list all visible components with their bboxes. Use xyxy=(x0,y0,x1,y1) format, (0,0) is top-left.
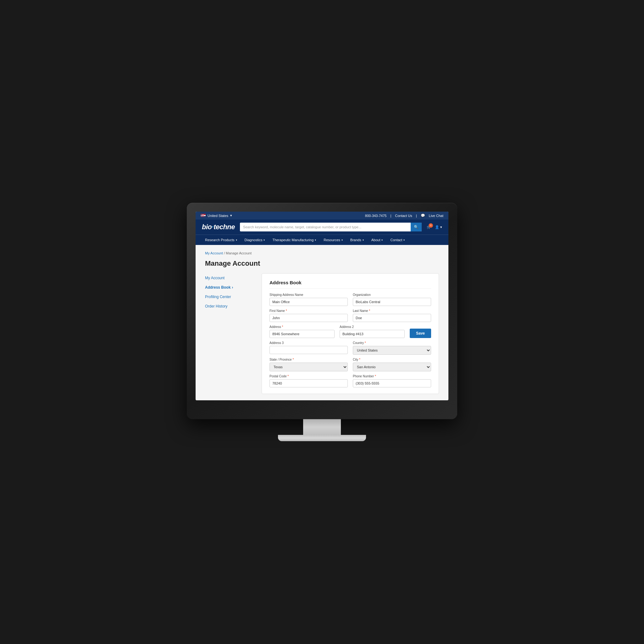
form-row-4: Address 3 Country * United States xyxy=(269,341,431,355)
contact-us-link[interactable]: Contact Us xyxy=(395,214,412,218)
nav-item-about[interactable]: About ▾ xyxy=(368,235,386,245)
first-name-label: First Name * xyxy=(269,309,348,313)
breadcrumb-parent-link[interactable]: My Account xyxy=(205,251,223,255)
header-icons: 🛒 0 👤 ▾ xyxy=(427,225,442,229)
top-bar-right: 800-343-7475 | Contact Us | 💬 Live Chat xyxy=(365,214,443,218)
nav-label-brands: Brands xyxy=(350,238,361,242)
nav-chevron-about: ▾ xyxy=(381,239,383,241)
postal-code-input[interactable] xyxy=(269,379,348,387)
shipping-name-input[interactable] xyxy=(269,298,348,306)
nav-label-contact: Contact xyxy=(390,238,402,242)
form-group-city: City * San Antonio Houston Austin xyxy=(353,358,431,371)
form-group-shipping-name: Shipping Address Name xyxy=(269,293,348,306)
first-name-required: * xyxy=(286,309,287,313)
divider-2: | xyxy=(416,214,417,218)
nav-label-resources: Resources xyxy=(324,238,340,242)
search-button[interactable]: 🔍 xyxy=(411,223,422,231)
form-row-2: First Name * Last Name * xyxy=(269,309,431,322)
header: bio·techne 🔍 🛒 0 👤 ▾ xyxy=(196,219,448,235)
nav-item-research-products[interactable]: Research Products ▾ xyxy=(202,235,240,245)
address3-input[interactable] xyxy=(269,346,348,354)
sidebar-item-address-book[interactable]: Address Book › xyxy=(205,283,255,292)
monitor-screen: 🇺🇸 United States ▾ 800-343-7475 | Contac… xyxy=(196,212,448,400)
postal-code-label: Postal Code * xyxy=(269,375,348,378)
top-bar-left: 🇺🇸 United States ▾ xyxy=(201,214,232,218)
form-row-3: Address * Address 2 Save xyxy=(269,325,431,338)
phone-input[interactable] xyxy=(353,379,431,387)
address1-label: Address * xyxy=(269,325,335,329)
main-content: My Account / Manage Account Manage Accou… xyxy=(196,245,448,400)
address3-label: Address 3 xyxy=(269,341,348,345)
organization-input[interactable] xyxy=(353,298,431,306)
save-button[interactable]: Save xyxy=(410,329,431,338)
form-group-address2: Address 2 xyxy=(340,325,405,338)
nav-item-diagnostics[interactable]: Diagnostics ▾ xyxy=(241,235,268,245)
nav-chevron-contact: ▾ xyxy=(403,239,405,241)
nav-item-therapeutic-manufacturing[interactable]: Therapeutic Manufacturing ▾ xyxy=(269,235,319,245)
state-required: * xyxy=(292,358,294,361)
form-group-country: Country * United States Canada United Ki… xyxy=(353,341,431,355)
form-group-phone: Phone Number * xyxy=(353,375,431,387)
nav-item-brands[interactable]: Brands ▾ xyxy=(347,235,367,245)
sidebar-item-label-profiling-center: Profiling Center xyxy=(205,295,231,299)
shipping-name-label: Shipping Address Name xyxy=(269,293,348,297)
country-field-label: Country * xyxy=(353,341,431,345)
form-row-5: State / Province * Texas California New … xyxy=(269,358,431,371)
us-flag-icon: 🇺🇸 xyxy=(201,214,206,217)
address2-input[interactable] xyxy=(340,330,405,338)
breadcrumb: My Account / Manage Account xyxy=(205,251,439,255)
country-select[interactable]: United States Canada United Kingdom xyxy=(353,346,431,355)
nav-chevron-brands: ▾ xyxy=(363,239,364,241)
form-row-1: Shipping Address Name Organization xyxy=(269,293,431,306)
sidebar-item-arrow-address-book: › xyxy=(232,285,233,290)
state-label: State / Province * xyxy=(269,358,348,361)
monitor-stand-base xyxy=(278,435,366,441)
first-name-input[interactable] xyxy=(269,314,348,322)
organization-label: Organization xyxy=(353,293,431,297)
sidebar: My Account Address Book › Profiling Cent… xyxy=(205,273,255,394)
divider-1: | xyxy=(390,214,391,218)
top-bar: 🇺🇸 United States ▾ 800-343-7475 | Contac… xyxy=(196,212,448,219)
form-group-address1: Address * xyxy=(269,325,335,338)
search-input[interactable] xyxy=(240,223,411,231)
card-title: Address Book xyxy=(269,280,431,289)
address1-input[interactable] xyxy=(269,330,335,338)
address1-required: * xyxy=(282,325,283,329)
postal-code-required: * xyxy=(287,375,289,378)
nav-label-therapeutic-manufacturing: Therapeutic Manufacturing xyxy=(272,238,314,242)
sidebar-item-my-account[interactable]: My Account xyxy=(205,273,255,283)
last-name-input[interactable] xyxy=(353,314,431,322)
nav-chevron-diagnostics: ▾ xyxy=(264,239,265,241)
content-layout: My Account Address Book › Profiling Cent… xyxy=(205,273,439,394)
cart-icon-wrap[interactable]: 🛒 0 xyxy=(427,225,431,229)
phone-number: 800-343-7475 xyxy=(365,214,387,218)
form-group-last-name: Last Name * xyxy=(353,309,431,322)
nav-item-resources[interactable]: Resources ▾ xyxy=(320,235,346,245)
nav-chevron-research-products: ▾ xyxy=(236,239,237,241)
monitor: 🇺🇸 United States ▾ 800-343-7475 | Contac… xyxy=(187,203,457,441)
sidebar-item-order-history[interactable]: Order History xyxy=(205,302,255,311)
country-label[interactable]: United States xyxy=(208,214,228,218)
form-group-state: State / Province * Texas California New … xyxy=(269,358,348,371)
logo[interactable]: bio·techne xyxy=(202,223,235,231)
nav-item-contact[interactable]: Contact ▾ xyxy=(387,235,408,245)
chat-icon: 💬 xyxy=(421,214,425,218)
sidebar-item-profiling-center[interactable]: Profiling Center xyxy=(205,292,255,302)
phone-label: Phone Number * xyxy=(353,375,431,378)
country-chevron-icon: ▾ xyxy=(230,214,232,218)
last-name-label: Last Name * xyxy=(353,309,431,313)
account-icon-wrap[interactable]: 👤 ▾ xyxy=(435,225,442,229)
city-select[interactable]: San Antonio Houston Austin xyxy=(353,363,431,371)
form-group-first-name: First Name * xyxy=(269,309,348,322)
sidebar-item-label-address-book: Address Book xyxy=(205,285,230,290)
breadcrumb-current: Manage Account xyxy=(226,251,252,255)
account-icon: 👤 xyxy=(435,225,439,229)
form-group-postal-code: Postal Code * xyxy=(269,375,348,387)
page-title: Manage Account xyxy=(205,259,439,268)
sidebar-item-label-order-history: Order History xyxy=(205,304,227,308)
live-chat-link[interactable]: Live Chat xyxy=(429,214,443,218)
form-group-address3: Address 3 xyxy=(269,341,348,355)
state-select[interactable]: Texas California New York xyxy=(269,363,348,371)
nav-chevron-therapeutic: ▾ xyxy=(315,239,316,241)
nav-label-research-products: Research Products xyxy=(205,238,235,242)
